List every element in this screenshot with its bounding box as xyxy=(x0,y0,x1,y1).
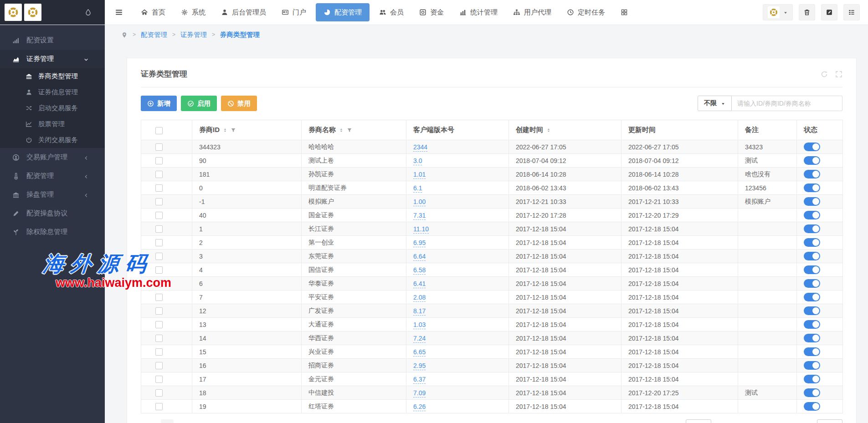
row-checkbox[interactable] xyxy=(155,225,163,233)
version-link[interactable]: 6.41 xyxy=(413,280,426,288)
sidebar-item-1[interactable]: 证券管理 xyxy=(0,50,105,68)
row-checkbox[interactable] xyxy=(155,239,163,246)
sidebar-subitem-1-4[interactable]: 关闭交易服务 xyxy=(0,132,105,148)
enable-button[interactable]: 启用 xyxy=(181,96,217,111)
status-toggle[interactable] xyxy=(804,211,820,219)
row-checkbox[interactable] xyxy=(155,266,163,274)
status-toggle[interactable] xyxy=(804,183,820,192)
version-link[interactable]: 6.95 xyxy=(413,239,426,247)
sidebar-item-4[interactable]: 操盘管理 xyxy=(0,185,105,204)
row-checkbox[interactable] xyxy=(155,362,163,369)
breadcrumb-link-1[interactable]: 证券管理 xyxy=(180,31,207,39)
next-page-button[interactable]: » xyxy=(201,419,214,423)
version-link[interactable]: 1.03 xyxy=(413,321,426,329)
sort-control[interactable] xyxy=(546,126,551,133)
topnav-item-1[interactable]: 系统 xyxy=(173,0,213,25)
topnav-item-10[interactable] xyxy=(613,0,636,25)
status-toggle[interactable] xyxy=(804,320,820,329)
add-button[interactable]: 新增 xyxy=(141,96,177,111)
sort-control[interactable] xyxy=(222,126,228,133)
page-button-1[interactable]: 1 xyxy=(161,419,174,423)
row-checkbox[interactable] xyxy=(155,157,163,164)
topnav-item-0[interactable]: 首页 xyxy=(133,0,173,25)
row-checkbox[interactable] xyxy=(155,321,163,328)
version-link[interactable]: 7.31 xyxy=(413,212,426,220)
version-link[interactable]: 7.09 xyxy=(413,389,426,398)
status-toggle[interactable] xyxy=(804,334,820,342)
version-link[interactable]: 6.64 xyxy=(413,253,426,261)
version-link[interactable]: 1.01 xyxy=(413,171,426,179)
row-checkbox[interactable] xyxy=(155,389,163,397)
sidebar-item-2[interactable]: 交易账户管理 xyxy=(0,148,105,167)
status-toggle[interactable] xyxy=(804,375,820,383)
search-input[interactable] xyxy=(732,96,842,111)
topnav-item-6[interactable]: 资金 xyxy=(411,0,452,25)
row-checkbox[interactable] xyxy=(155,143,163,151)
row-checkbox[interactable] xyxy=(155,335,163,342)
filter-dropdown[interactable]: 不限 xyxy=(698,96,732,111)
status-toggle[interactable] xyxy=(804,279,820,288)
filter-control[interactable] xyxy=(347,126,352,133)
row-checkbox[interactable] xyxy=(155,348,163,356)
list-button[interactable] xyxy=(843,4,860,20)
row-checkbox[interactable] xyxy=(155,307,163,315)
sidebar-item-6[interactable]: 除权除息管理 xyxy=(0,223,105,241)
topnav-item-2[interactable]: 后台管理员 xyxy=(213,0,274,25)
user-menu-button[interactable] xyxy=(763,4,793,20)
expand-icon[interactable] xyxy=(835,70,842,78)
per-page-input[interactable] xyxy=(817,419,842,423)
breadcrumb-link-2[interactable]: 券商类型管理 xyxy=(220,31,260,39)
version-link[interactable]: 2344 xyxy=(413,143,427,152)
row-checkbox[interactable] xyxy=(155,294,163,301)
status-toggle[interactable] xyxy=(804,143,820,151)
status-toggle[interactable] xyxy=(804,224,820,233)
row-checkbox[interactable] xyxy=(155,198,163,205)
status-toggle[interactable] xyxy=(804,156,820,165)
version-link[interactable]: 2.95 xyxy=(413,362,426,370)
version-link[interactable]: 3.0 xyxy=(413,157,422,165)
topnav-item-5[interactable]: 会员 xyxy=(371,0,411,25)
status-toggle[interactable] xyxy=(804,265,820,274)
status-toggle[interactable] xyxy=(804,402,820,411)
edit-button[interactable] xyxy=(821,4,837,20)
row-checkbox[interactable] xyxy=(155,376,163,383)
sidebar-item-3[interactable]: 配资管理 xyxy=(0,167,105,185)
status-toggle[interactable] xyxy=(804,388,820,397)
row-checkbox[interactable] xyxy=(155,280,163,287)
row-checkbox[interactable] xyxy=(155,171,163,178)
status-toggle[interactable] xyxy=(804,197,820,206)
version-link[interactable]: 6.58 xyxy=(413,266,426,275)
status-toggle[interactable] xyxy=(804,238,820,247)
status-toggle[interactable] xyxy=(804,361,820,370)
version-link[interactable]: 2.08 xyxy=(413,294,426,302)
status-toggle[interactable] xyxy=(804,252,820,260)
version-link[interactable]: 7.24 xyxy=(413,335,426,343)
prev-page-button[interactable]: « xyxy=(141,419,154,423)
sidebar-item-5[interactable]: 配资操盘协议 xyxy=(0,204,105,223)
trash-button[interactable] xyxy=(799,4,815,20)
breadcrumb-link-0[interactable]: 配资管理 xyxy=(141,31,167,39)
sidebar-item-0[interactable]: 配资设置 xyxy=(0,31,105,50)
topnav-item-3[interactable]: 门户 xyxy=(274,0,314,25)
sidebar-subitem-1-2[interactable]: 启动交易服务 xyxy=(0,100,105,116)
row-checkbox[interactable] xyxy=(155,184,163,192)
status-toggle[interactable] xyxy=(804,170,820,178)
page-button-2[interactable]: 2 xyxy=(181,419,194,423)
page-number-input[interactable] xyxy=(686,419,711,423)
refresh-icon[interactable] xyxy=(821,70,828,78)
select-all-checkbox[interactable] xyxy=(155,127,163,134)
topnav-item-4[interactable]: 配资管理 xyxy=(316,3,370,21)
sidebar-toggle-icon[interactable] xyxy=(105,0,133,25)
row-checkbox[interactable] xyxy=(155,212,163,219)
filter-control[interactable] xyxy=(231,126,236,133)
status-toggle[interactable] xyxy=(804,306,820,315)
version-link[interactable]: 8.17 xyxy=(413,307,426,316)
sort-control[interactable] xyxy=(339,126,344,133)
row-checkbox[interactable] xyxy=(155,403,163,410)
status-toggle[interactable] xyxy=(804,293,820,301)
topnav-item-9[interactable]: 定时任务 xyxy=(559,0,613,25)
version-link[interactable]: 6.1 xyxy=(413,184,422,193)
sidebar-subitem-1-3[interactable]: 股票管理 xyxy=(0,116,105,132)
disable-button[interactable]: 禁用 xyxy=(221,96,257,111)
version-link[interactable]: 1.00 xyxy=(413,198,426,206)
